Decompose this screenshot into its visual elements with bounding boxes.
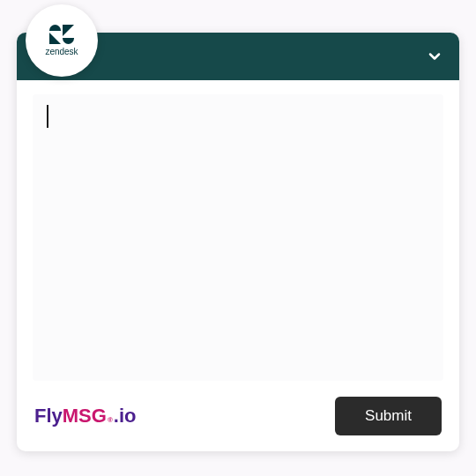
widget-header: zendesk	[17, 33, 459, 80]
widget-footer: FlyMSG®.io Submit	[17, 381, 459, 451]
flymsg-logo: FlyMSG®.io	[34, 405, 137, 428]
chevron-down-icon	[426, 48, 443, 65]
text-cursor	[47, 105, 48, 128]
zendesk-label: zendesk	[45, 47, 78, 56]
zendesk-badge[interactable]: zendesk	[26, 4, 98, 77]
collapse-button[interactable]	[426, 48, 443, 65]
message-input[interactable]	[33, 94, 443, 381]
zendesk-icon	[49, 25, 74, 44]
chat-widget: zendesk FlyMSG®.io Submit	[17, 33, 459, 451]
submit-button[interactable]: Submit	[335, 397, 442, 435]
widget-body	[17, 80, 459, 381]
